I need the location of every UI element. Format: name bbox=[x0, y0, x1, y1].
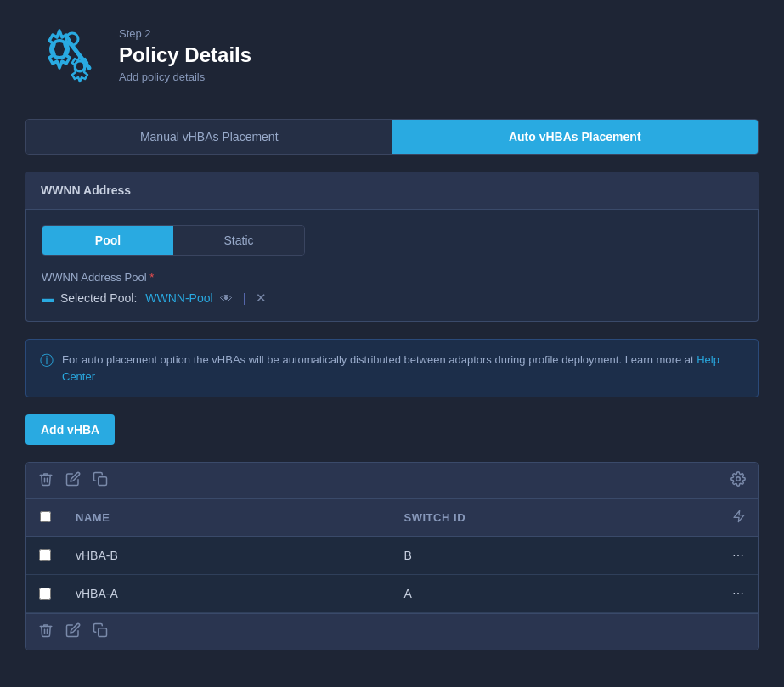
svg-rect-4 bbox=[99, 477, 107, 486]
wwnn-section-header: WWNN Address bbox=[25, 172, 759, 210]
table-row: vHBA-B B ⋯ bbox=[26, 537, 758, 575]
row1-switch-id: B bbox=[392, 537, 721, 574]
row1-checkbox[interactable] bbox=[39, 549, 51, 561]
col-header-name: Name bbox=[64, 501, 392, 534]
copy-icon[interactable] bbox=[93, 471, 108, 490]
tab-manual-vhbas[interactable]: Manual vHBAs Placement bbox=[26, 120, 392, 154]
wwnn-section: WWNN Address Pool Static WWNN Address Po… bbox=[25, 172, 759, 322]
table-header: Name Switch ID bbox=[26, 499, 758, 537]
table-bottom-toolbar bbox=[26, 613, 758, 650]
toggle-static-btn[interactable]: Static bbox=[173, 226, 304, 255]
row2-checkbox-cell bbox=[26, 576, 64, 611]
bottom-edit-icon[interactable] bbox=[65, 622, 81, 641]
bottom-delete-icon[interactable] bbox=[38, 622, 54, 641]
table-row: vHBA-A A ⋯ bbox=[26, 575, 758, 613]
step-title: Policy Details bbox=[119, 43, 251, 67]
info-circle-icon: ⓘ bbox=[40, 352, 54, 370]
selected-pool-row: ▬ Selected Pool: WWNN-Pool 👁 | ✕ bbox=[42, 290, 742, 306]
row1-name: vHBA-B bbox=[64, 537, 392, 574]
step-label: Step 2 bbox=[119, 27, 251, 40]
info-banner: ⓘ For auto placement option the vHBAs wi… bbox=[25, 339, 759, 397]
row2-name: vHBA-A bbox=[64, 575, 392, 612]
svg-marker-6 bbox=[734, 510, 744, 521]
row1-checkbox-cell bbox=[26, 538, 64, 573]
wwnn-pool-label: WWNN Address Pool * bbox=[42, 271, 742, 284]
clear-pool-icon[interactable]: ✕ bbox=[256, 290, 267, 306]
placement-tabs: Manual vHBAs Placement Auto vHBAs Placem… bbox=[25, 119, 759, 155]
select-all-checkbox[interactable] bbox=[40, 511, 51, 522]
table-top-toolbar bbox=[26, 463, 758, 499]
row2-checkbox[interactable] bbox=[39, 588, 51, 600]
settings-icon[interactable] bbox=[730, 471, 746, 490]
row2-switch-id: A bbox=[392, 575, 721, 612]
row1-actions-menu[interactable]: ⋯ bbox=[720, 537, 758, 574]
add-vhba-button[interactable]: Add vHBA bbox=[25, 414, 115, 445]
pool-icon: ▬ bbox=[42, 291, 54, 305]
col-header-checkbox bbox=[26, 501, 64, 535]
row2-actions-menu[interactable]: ⋯ bbox=[720, 575, 758, 612]
svg-point-5 bbox=[736, 477, 741, 481]
divider: | bbox=[243, 291, 246, 305]
edit-icon[interactable] bbox=[65, 471, 81, 490]
header-icon bbox=[25, 17, 102, 93]
step-subtitle: Add policy details bbox=[119, 70, 251, 83]
selected-pool-name: WWNN-Pool bbox=[145, 291, 212, 305]
page-header: Step 2 Policy Details Add policy details bbox=[25, 17, 759, 93]
tab-auto-vhbas[interactable]: Auto vHBAs Placement bbox=[392, 120, 759, 154]
pool-static-toggle: Pool Static bbox=[42, 225, 305, 256]
selected-pool-prefix: Selected Pool: bbox=[60, 291, 137, 305]
info-text: For auto placement option the vHBAs will… bbox=[62, 353, 697, 366]
vhba-table: Name Switch ID vHBA-B B ⋯ vHBA-A A ⋯ bbox=[25, 462, 759, 650]
delete-icon[interactable] bbox=[38, 471, 54, 490]
col-header-switch-id: Switch ID bbox=[392, 501, 721, 534]
svg-rect-7 bbox=[99, 628, 107, 637]
bottom-copy-icon[interactable] bbox=[93, 622, 108, 641]
toggle-pool-btn[interactable]: Pool bbox=[42, 226, 173, 255]
col-header-actions bbox=[720, 499, 758, 536]
eye-icon[interactable]: 👁 bbox=[220, 291, 233, 306]
